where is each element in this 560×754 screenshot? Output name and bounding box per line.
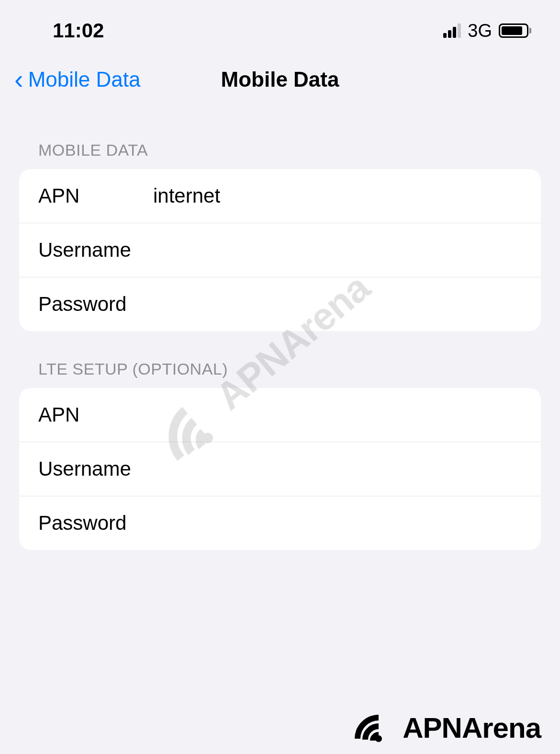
chevron-left-icon: ‹ (14, 66, 23, 93)
password-input[interactable] (153, 293, 522, 316)
network-type: 3G (468, 21, 492, 41)
back-label: Mobile Data (28, 68, 141, 91)
lte-username-label: Username (38, 457, 153, 480)
back-button[interactable]: ‹ Mobile Data (14, 66, 140, 93)
password-label: Password (38, 293, 153, 316)
watermark-text: APNArena (403, 711, 541, 744)
navigation-bar: ‹ Mobile Data Mobile Data (0, 52, 560, 112)
settings-group-lte-setup: APN Username Password (19, 388, 541, 550)
watermark-bottom: APNArena (359, 711, 541, 744)
page-title: Mobile Data (221, 68, 339, 91)
table-row[interactable]: APN (19, 388, 541, 442)
apn-input[interactable] (153, 184, 522, 207)
status-time: 11:02 (53, 19, 104, 42)
battery-icon (499, 23, 531, 38)
table-row[interactable]: APN (19, 169, 541, 223)
username-input[interactable] (153, 239, 522, 262)
lte-apn-input[interactable] (153, 403, 522, 426)
status-bar: 11:02 3G (0, 0, 560, 52)
lte-password-input[interactable] (153, 512, 522, 535)
section-header-lte-setup: LTE SETUP (OPTIONAL) (0, 331, 560, 388)
lte-username-input[interactable] (153, 457, 522, 480)
wifi-icon (359, 711, 398, 744)
lte-apn-label: APN (38, 403, 153, 426)
section-header-mobile-data: MOBILE DATA (0, 112, 560, 169)
table-row[interactable]: Username (19, 223, 541, 277)
table-row[interactable]: Username (19, 442, 541, 496)
table-row[interactable]: Password (19, 277, 541, 331)
status-indicators: 3G (443, 21, 531, 41)
settings-group-mobile-data: APN Username Password (19, 169, 541, 331)
username-label: Username (38, 239, 153, 262)
table-row[interactable]: Password (19, 496, 541, 550)
apn-label: APN (38, 184, 153, 207)
lte-password-label: Password (38, 512, 153, 535)
cellular-signal-icon (443, 23, 461, 38)
